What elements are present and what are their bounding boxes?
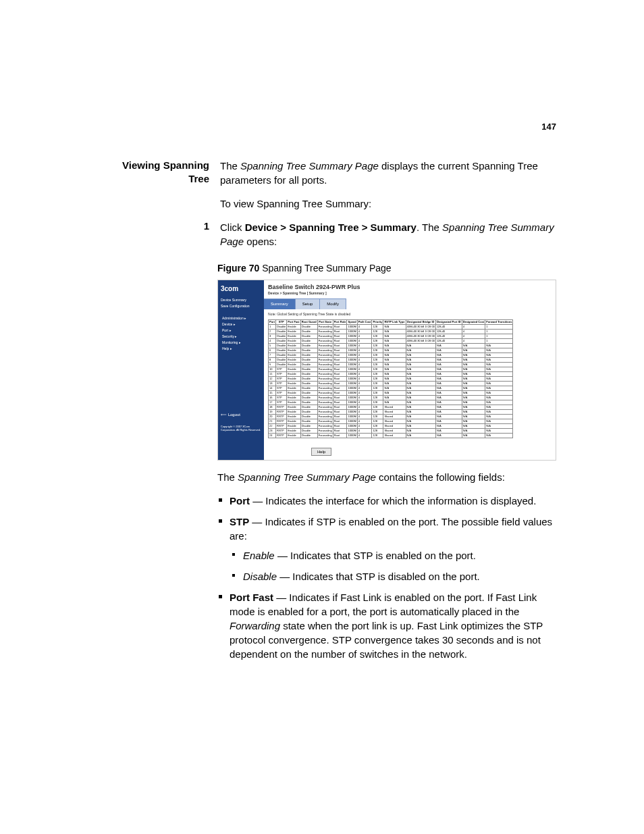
shot-row: 14STPEnableDisableForwardingRoot1000M412… bbox=[269, 386, 513, 390]
shot-cell: Forwarding bbox=[317, 395, 333, 400]
after-fig-a: The bbox=[217, 471, 238, 483]
shot-cell: Enable bbox=[287, 405, 300, 409]
shot-row: 24RSTPEnableDisableForwardingRoot1000M41… bbox=[269, 433, 513, 438]
step-c: opens: bbox=[244, 236, 277, 247]
shot-cell: Root bbox=[333, 386, 347, 390]
shot-cell: 128 bbox=[372, 357, 383, 362]
shot-th: Designated Port ID bbox=[435, 319, 462, 324]
shot-cell: 4 bbox=[357, 414, 372, 419]
shot-row: 12STPEnableDisableForwardingRoot1000M412… bbox=[269, 376, 513, 381]
section-heading: Viewing Spanning Tree bbox=[105, 159, 220, 186]
shot-cell: N/A bbox=[485, 367, 513, 371]
shot-cell: N/A bbox=[462, 414, 485, 419]
shot-cell: Enable bbox=[287, 338, 300, 343]
shot-cell: Root bbox=[333, 400, 347, 405]
shot-copyright: Copyright © 2007 3Com Corporation. All R… bbox=[221, 425, 261, 432]
shot-cell: 1000M bbox=[347, 386, 357, 390]
shot-cell: N/A bbox=[406, 400, 435, 405]
shot-cell: Forwarding bbox=[317, 423, 333, 428]
shot-cell: N/A bbox=[462, 386, 485, 390]
shot-cell: N/A bbox=[435, 419, 462, 423]
shot-cell: Enable bbox=[287, 428, 300, 433]
shot-th: Designated Bridge ID bbox=[406, 319, 435, 324]
shot-cell: Enable bbox=[287, 419, 300, 423]
shot-cell: 7 bbox=[269, 353, 276, 357]
shot-cell: 1000M bbox=[347, 324, 357, 329]
shot-cell: Shared bbox=[383, 428, 406, 433]
shot-cell: 4 bbox=[462, 338, 485, 343]
shot-cell: 4 bbox=[357, 390, 372, 395]
shot-cell: N/A bbox=[435, 433, 462, 438]
shot-cell: Disable bbox=[276, 324, 287, 329]
shot-cell: 1000M bbox=[347, 400, 357, 405]
shot-cell: N/A bbox=[406, 386, 435, 390]
shot-cell: 128 bbox=[372, 338, 383, 343]
field-stp-enable: Enable — Indicates that STP is enabled o… bbox=[243, 548, 556, 563]
shot-tab: Summary bbox=[264, 298, 296, 309]
shot-cell: N/A bbox=[462, 428, 485, 433]
shot-cell: STP bbox=[276, 367, 287, 371]
shot-cell: RSTP bbox=[276, 428, 287, 433]
shot-cell: 4 bbox=[357, 381, 372, 386]
shot-cell: N/A bbox=[435, 414, 462, 419]
shot-row: 22RSTPEnableDisableForwardingRoot1000M41… bbox=[269, 423, 513, 428]
shot-row: 3DisableEnableDisableForwardingRoot1000M… bbox=[269, 334, 513, 338]
shot-cell: Forwarding bbox=[317, 357, 333, 362]
shot-tab: Modify bbox=[320, 298, 346, 309]
shot-breadcrumb: Device > Spanning Tree [ Summary ] bbox=[264, 291, 556, 298]
shot-cell: STP bbox=[276, 390, 287, 395]
shot-cell: RSTP bbox=[276, 433, 287, 438]
shot-cell: 4096-00 30 b8 1f 28 00 bbox=[406, 329, 435, 334]
shot-cell: RSTP bbox=[276, 419, 287, 423]
shot-cell: N/A bbox=[485, 419, 513, 423]
figure-title: Spanning Tree Summary Page bbox=[259, 263, 391, 273]
shot-cell: 4096-00 30 b8 1f 28 00 bbox=[406, 338, 435, 343]
shot-cell: 24 bbox=[269, 433, 276, 438]
shot-cell: N/A bbox=[462, 371, 485, 376]
shot-cell: Disable bbox=[300, 428, 317, 433]
shot-cell: 4 bbox=[357, 400, 372, 405]
shot-cell: Forwarding bbox=[317, 381, 333, 386]
shot-cell: Disable bbox=[300, 371, 317, 376]
field-stp-text: — Indicates if STP is enabled on the por… bbox=[230, 516, 552, 542]
field-pf-text-a: — Indicates if Fast Link is enabled on t… bbox=[230, 592, 537, 617]
shot-row: 16STPEnableDisableForwardingRoot1000M412… bbox=[269, 395, 513, 400]
shot-cell: Disable bbox=[276, 348, 287, 353]
shot-cell: 1 bbox=[485, 338, 513, 343]
shot-cell: 1000M bbox=[347, 362, 357, 367]
shot-cell: 10 bbox=[269, 367, 276, 371]
shot-cell: N/A bbox=[383, 343, 406, 348]
shot-cell: Root bbox=[333, 390, 347, 395]
shot-cell: N/A bbox=[485, 405, 513, 409]
shot-cell: 1000M bbox=[347, 390, 357, 395]
shot-cell: N/A bbox=[435, 371, 462, 376]
shot-cell: STP bbox=[276, 371, 287, 376]
field-stp-disable-label: Disable bbox=[243, 571, 277, 582]
page-number: 147 bbox=[541, 122, 556, 132]
shot-cell: Forwarding bbox=[317, 390, 333, 395]
shot-cell: 3 bbox=[269, 334, 276, 338]
shot-row: 5DisableEnableDisableForwardingRoot1000M… bbox=[269, 343, 513, 348]
shot-th: Root Guard bbox=[300, 319, 317, 324]
shot-logout: ⟸ Logout bbox=[221, 412, 261, 417]
shot-cell: N/A bbox=[435, 362, 462, 367]
shot-cell: STP bbox=[276, 376, 287, 381]
shot-cell: 128 bbox=[372, 428, 383, 433]
field-pf-fwd: Forwarding bbox=[230, 620, 280, 631]
shot-cell: 11 bbox=[269, 371, 276, 376]
shot-cell: RSTP bbox=[276, 423, 287, 428]
shot-cell: Forwarding bbox=[317, 409, 333, 414]
shot-cell: N/A bbox=[435, 400, 462, 405]
shot-menu-item: Help ▸ bbox=[222, 346, 261, 351]
shot-cell: 1000M bbox=[347, 338, 357, 343]
shot-cell: 4 bbox=[462, 324, 485, 329]
shot-cell: Disable bbox=[300, 381, 317, 386]
shot-cell: Forwarding bbox=[317, 343, 333, 348]
shot-cell: Root bbox=[333, 362, 347, 367]
shot-cell: Disable bbox=[276, 338, 287, 343]
shot-cell: N/A bbox=[485, 343, 513, 348]
shot-cell: 4 bbox=[357, 343, 372, 348]
shot-cell: 128 bbox=[372, 348, 383, 353]
shot-cell: 6 bbox=[269, 348, 276, 353]
shot-cell: N/A bbox=[462, 348, 485, 353]
